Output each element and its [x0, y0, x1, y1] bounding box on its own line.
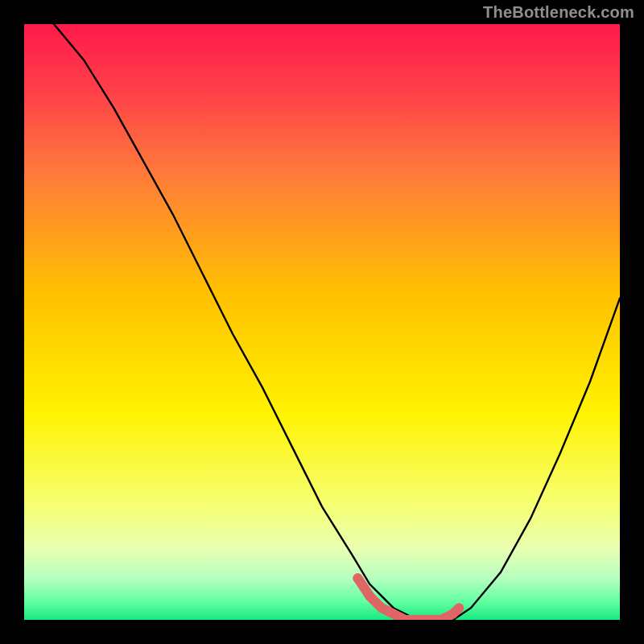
bottleneck-curve-svg [24, 24, 620, 620]
optimal-marker-dot [353, 573, 362, 583]
chart-frame: TheBottleneck.com [0, 0, 644, 644]
bottleneck-curve [54, 24, 620, 620]
watermark-label: TheBottleneck.com [483, 3, 634, 22]
optimal-marker-dot [365, 591, 374, 601]
plot-area [24, 24, 620, 620]
optimal-marker-group [353, 573, 459, 620]
